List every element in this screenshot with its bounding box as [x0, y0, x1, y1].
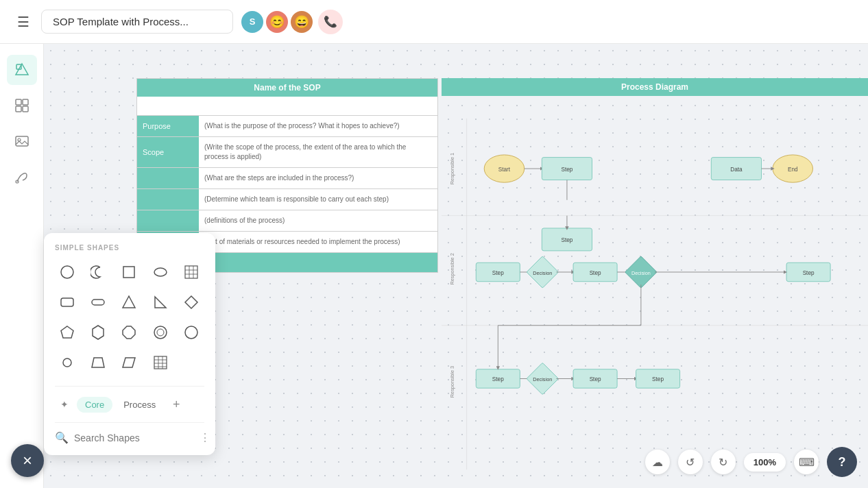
svg-text:Step: Step — [492, 270, 504, 276]
shape-diamond[interactable] — [179, 290, 204, 315]
help-button[interactable]: ? — [827, 447, 857, 477]
shape-circle2[interactable] — [148, 320, 173, 345]
shape-pentagon[interactable] — [55, 320, 80, 345]
svg-marker-77 — [92, 358, 104, 367]
shape-crescent[interactable] — [86, 260, 110, 284]
header: ☰ SOP Template with Process... S 😊 😄 📞 — [0, 0, 868, 44]
team-content[interactable]: (Determine which team is responsible to … — [199, 189, 437, 210]
shape-square[interactable] — [117, 260, 141, 284]
sop-row-def[interactable]: (definitions of the process) — [137, 210, 437, 232]
svg-rect-40 — [786, 263, 830, 281]
cloud-sync-button[interactable]: ☁ — [645, 450, 670, 474]
svg-text:Decision: Decision — [533, 376, 552, 382]
svg-rect-60 — [185, 266, 197, 278]
svg-marker-68 — [155, 297, 166, 308]
wand-tab[interactable]: ✦ — [55, 395, 74, 414]
svg-text:Decision: Decision — [533, 270, 552, 276]
scope-label: Scope — [137, 137, 199, 167]
svg-rect-5 — [23, 106, 28, 112]
sop-row-steps[interactable]: (What are the steps are included in the … — [137, 168, 437, 189]
svg-text:Start: Start — [498, 167, 511, 173]
def-content[interactable]: (definitions of the process) — [199, 210, 437, 231]
svg-text:Step: Step — [492, 376, 504, 382]
svg-rect-6 — [16, 136, 28, 146]
shape-hexagon[interactable] — [86, 320, 110, 345]
svg-point-74 — [157, 329, 164, 336]
svg-rect-32 — [527, 256, 559, 289]
svg-text:Data: Data — [730, 167, 743, 173]
zoom-level[interactable]: 100% — [744, 453, 786, 472]
purpose-label: Purpose — [137, 116, 199, 136]
svg-text:Step: Step — [803, 270, 815, 276]
scope-content[interactable]: (Write the scope of the process, the ext… — [199, 137, 437, 167]
shapes-tabs: ✦ Core Process + — [55, 386, 204, 414]
more-options-button[interactable]: ⋮ — [200, 431, 210, 444]
shape-triangle[interactable] — [117, 290, 141, 315]
svg-text:Step: Step — [590, 376, 601, 382]
avatar-1: 😊 — [266, 11, 288, 33]
sop-title-row[interactable] — [137, 97, 437, 116]
resources-content[interactable]: (List of materials or resources needed t… — [199, 232, 437, 252]
svg-text:Decision: Decision — [631, 270, 651, 276]
sidebar-item-image[interactable] — [7, 126, 37, 156]
svg-text:Step: Step — [561, 237, 572, 243]
svg-text:Step: Step — [590, 270, 601, 276]
svg-rect-46 — [527, 363, 559, 395]
fab-button[interactable]: × — [11, 444, 44, 477]
left-sidebar — [0, 44, 44, 488]
shape-grid-rect[interactable] — [179, 260, 204, 284]
collaborators: S 😊 😄 📞 — [241, 10, 343, 34]
sop-table-header: Name of the SOP — [137, 79, 437, 97]
menu-button[interactable]: ☰ — [11, 10, 36, 34]
shape-circle[interactable] — [55, 260, 80, 284]
image-icon — [14, 134, 29, 149]
shape-small-circle[interactable] — [55, 350, 80, 375]
svg-point-57 — [61, 266, 73, 278]
grid-icon — [14, 98, 29, 113]
process-diagram-body: Responsible 1 Responsible 2 Responsible … — [442, 100, 868, 488]
shape-trapezoid[interactable] — [86, 350, 110, 375]
sidebar-item-grid[interactable] — [7, 90, 37, 121]
process-diagram[interactable]: Process Diagram Responsible 1 Responsibl… — [442, 78, 868, 488]
sidebar-item-draw[interactable] — [7, 162, 37, 192]
sidebar-item-shapes[interactable] — [7, 55, 37, 85]
svg-marker-69 — [185, 296, 197, 308]
flowchart-svg: Responsible 1 Responsible 2 Responsible … — [442, 100, 868, 488]
core-tab[interactable]: Core — [77, 397, 112, 413]
sop-row-scope[interactable]: Scope (Write the scope of the process, t… — [137, 137, 437, 168]
keyboard-icon: ⌨ — [799, 456, 815, 469]
svg-text:End: End — [788, 167, 798, 173]
shape-rounded-rect[interactable] — [55, 290, 80, 315]
shape-parallelogram[interactable] — [117, 350, 141, 375]
avatar-s: S — [241, 11, 263, 33]
shape-table[interactable] — [148, 350, 173, 375]
team-label — [137, 189, 199, 210]
bottom-bar: ☁ ↺ ↻ 100% ⌨ ? — [645, 447, 857, 477]
keyboard-button[interactable]: ⌨ — [794, 450, 819, 474]
svg-point-76 — [63, 358, 71, 367]
shape-right-triangle[interactable] — [148, 290, 173, 315]
avatar-2: 😄 — [291, 11, 313, 33]
svg-marker-71 — [93, 326, 104, 339]
document-title[interactable]: SOP Template with Process... — [41, 10, 233, 34]
process-tab[interactable]: Process — [115, 397, 164, 413]
shape-circle3[interactable] — [179, 320, 204, 345]
svg-text:Step: Step — [652, 376, 664, 382]
purpose-content[interactable]: (What is the purpose of the process? Wha… — [199, 116, 437, 136]
redo-button[interactable]: ↻ — [711, 450, 736, 474]
svg-rect-18 — [542, 158, 592, 180]
sop-row-purpose[interactable]: Purpose (What is the purpose of the proc… — [137, 116, 437, 137]
shape-stadium[interactable] — [86, 290, 110, 315]
shape-ellipse[interactable] — [148, 260, 173, 284]
steps-content[interactable]: (What are the steps are included in the … — [199, 168, 437, 188]
undo-button[interactable]: ↺ — [678, 450, 703, 474]
search-icon: 🔍 — [55, 431, 69, 444]
svg-rect-26 — [542, 228, 592, 251]
shapes-grid — [55, 260, 204, 375]
shape-octagon[interactable] — [117, 320, 141, 345]
sop-row-team[interactable]: (Determine which team is responsible to … — [137, 189, 437, 210]
svg-rect-2 — [16, 99, 21, 105]
add-tab-button[interactable]: + — [167, 395, 186, 414]
search-input[interactable] — [74, 432, 194, 443]
call-button[interactable]: 📞 — [318, 10, 343, 34]
